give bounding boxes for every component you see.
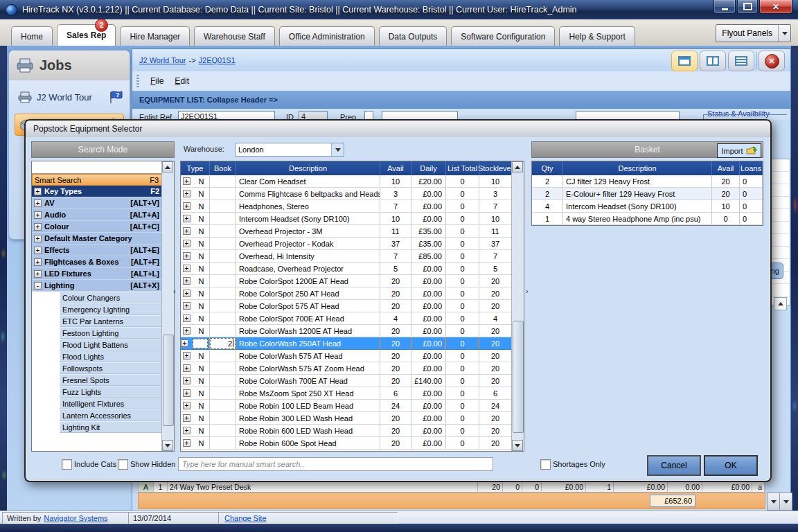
expand-icon[interactable]: +: [183, 240, 190, 247]
expand-icon[interactable]: +: [183, 215, 190, 222]
expand-icon[interactable]: +: [34, 270, 42, 278]
menu-file[interactable]: File: [145, 74, 169, 88]
flyout-panels-button[interactable]: Flyout Panels: [716, 24, 791, 42]
expand-icon[interactable]: +: [34, 200, 42, 207]
manual-smart-search-input[interactable]: [178, 457, 493, 471]
equipment-row[interactable]: +NRobe MsZoom Spot 250 XT Head6£0.0006: [181, 387, 512, 400]
breadcrumb-current-link[interactable]: J2EQ01S1: [199, 56, 236, 64]
query-flag-icon[interactable]: ?: [109, 89, 124, 105]
basket-row[interactable]: 2E-Colour+ filter 129 Heavy Frost200: [532, 188, 763, 200]
expand-icon[interactable]: +: [183, 290, 190, 297]
tree-filter-edit[interactable]: [32, 161, 162, 174]
expand-icon[interactable]: +: [183, 302, 190, 310]
vendor-link[interactable]: Navigator Systems: [44, 514, 107, 522]
basket-row[interactable]: 14 way Stereo Headphone Amp (inc psu)00: [532, 213, 763, 225]
tree-item-av[interactable]: +AV[ALT+V]: [32, 197, 162, 209]
maximize-button[interactable]: [737, 0, 758, 14]
sidebar-item-j2-world-tour[interactable]: J2 World Tour ?: [15, 87, 124, 107]
basket-column-header-avail[interactable]: Avail: [712, 161, 740, 175]
equipment-row[interactable]: +NClear Com Headset10£20.00010: [181, 175, 512, 188]
expand-icon[interactable]: +: [183, 227, 190, 235]
expand-icon[interactable]: +: [183, 364, 190, 372]
expand-icon[interactable]: +: [183, 190, 190, 197]
scrollbar-thumb[interactable]: [163, 335, 174, 426]
book-edit-box[interactable]: 2: [210, 338, 236, 349]
ok-button[interactable]: OK: [704, 455, 758, 476]
scroll-up-button[interactable]: [774, 297, 787, 310]
expand-icon[interactable]: +: [183, 265, 190, 272]
column-header-list-total[interactable]: List Total: [446, 161, 479, 175]
tree-scrollbar[interactable]: [161, 161, 174, 451]
expand-icon[interactable]: +: [183, 389, 190, 397]
equipment-row[interactable]: +NIntercom Headset (Sony DR100)10£0.0001…: [181, 213, 512, 225]
split-horizontal-view-button[interactable]: [728, 51, 754, 71]
equipment-row[interactable]: +NComms Flightcase 6 beltpacks and Heads…: [181, 188, 512, 200]
minimize-button[interactable]: [713, 0, 736, 14]
tree-item-lantern-accessories[interactable]: Lantern Accessories: [60, 409, 162, 421]
tree-item-lighting-kit[interactable]: Lighting Kit: [60, 421, 162, 433]
basket-row[interactable]: 2CJ filter 129 Heavy Frost200: [532, 175, 763, 188]
import-button[interactable]: Import: [717, 143, 761, 158]
close-tab-button[interactable]: ✕: [759, 51, 785, 71]
equipment-row[interactable]: +NOverhead Projector - Kodak37£35.00037: [181, 238, 512, 250]
breadcrumb-parent-link[interactable]: J2 World Tour: [139, 56, 186, 64]
equipment-row[interactable]: +NRobe ColorSpot 1200E AT Head20£0.00020: [181, 275, 512, 287]
splitter-collapse-left[interactable]: ‹: [173, 287, 176, 295]
expand-icon[interactable]: +: [34, 235, 42, 242]
tree-item-followspots[interactable]: Followspots: [60, 362, 162, 374]
equipment-grid-row[interactable]: A124 Way Two Preset Desk2000£0.001£0.000…: [138, 481, 765, 493]
basket-column-header-description[interactable]: Description: [563, 161, 712, 175]
tree-item-emergency-lighting[interactable]: Emergency Lighting: [60, 303, 162, 315]
show-hidden-checkbox[interactable]: [118, 459, 128, 470]
tab-home[interactable]: Home: [11, 26, 53, 46]
expand-icon[interactable]: +: [183, 377, 190, 384]
expand-icon[interactable]: +: [183, 327, 190, 335]
equipment-row[interactable]: +NHeadphones, Stereo7£0.0007: [181, 200, 512, 213]
equipment-row[interactable]: +NOverhead Projector - 3M11£35.00011: [181, 225, 512, 238]
expand-icon[interactable]: +: [183, 314, 190, 322]
scroll-down-button[interactable]: [779, 493, 792, 511]
tree-item-key-types[interactable]: +Key TypesF2: [32, 186, 162, 197]
scroll-down-button[interactable]: [512, 440, 523, 451]
equipment-row[interactable]: +NRobe ColorWash 1200E AT Head20£0.00020: [181, 325, 512, 337]
column-header-type[interactable]: Type: [181, 161, 210, 175]
single-pane-view-button[interactable]: [671, 51, 698, 71]
expand-icon[interactable]: +: [183, 439, 190, 447]
tree-item-flood-light-battens[interactable]: Flood Light Battens: [60, 339, 162, 351]
tab-hire-manager[interactable]: Hire Manager: [120, 26, 190, 46]
dialog-titlebar[interactable]: Popstock Equipment Selector: [26, 121, 770, 137]
tab-office-administration[interactable]: Office Administration: [279, 26, 375, 46]
equipment-scrollbar[interactable]: [511, 161, 524, 451]
scroll-up-button[interactable]: [162, 161, 173, 172]
expand-icon[interactable]: +: [183, 402, 190, 409]
equipment-row[interactable]: +NRobe ColorWash 700E AT Head20£140.0002…: [181, 375, 512, 387]
expand-icon[interactable]: +: [183, 427, 190, 434]
equipment-row[interactable]: +NRobe Robin 100 LED Beam Head24£0.00024: [181, 400, 512, 412]
menu-edit[interactable]: Edit: [169, 74, 195, 88]
expand-icon[interactable]: +: [183, 177, 190, 185]
basket-column-header-qty[interactable]: Qty: [532, 161, 563, 175]
tree-item-default-master-category[interactable]: +Default Master Category: [32, 233, 162, 245]
tab-data-outputs[interactable]: Data Outputs: [379, 26, 447, 46]
basket-column-header-loans[interactable]: Loans: [740, 161, 763, 175]
equipment-row[interactable]: +NRoadcase, Overhead Projector5£0.0005: [181, 263, 512, 275]
tree-item-led-fixtures[interactable]: +LED Fixtures[ALT+L]: [32, 268, 162, 280]
expand-icon[interactable]: +: [34, 211, 42, 219]
expand-icon[interactable]: +: [183, 277, 190, 285]
expand-icon[interactable]: +: [183, 202, 190, 210]
equipment-row[interactable]: +NRobe ColorWash 575 AT Zoom Head20£0.00…: [181, 362, 512, 375]
column-header-avail[interactable]: Avail: [380, 161, 411, 175]
equipment-row[interactable]: +NRobe ColorSpot 250 AT Head20£0.00020: [181, 287, 512, 300]
tree-item-fresnel-spots[interactable]: Fresnel Spots: [60, 374, 162, 386]
expand-icon[interactable]: +: [183, 414, 190, 422]
tab-software-configuration[interactable]: Software Configuration: [451, 26, 555, 46]
tab-warehouse-staff[interactable]: Warehouse Staff: [194, 26, 275, 46]
split-vertical-view-button[interactable]: [700, 51, 726, 71]
tree-item-smart-search[interactable]: Smart SearchF3: [32, 174, 162, 186]
splitter-collapse-right[interactable]: ›: [526, 287, 529, 295]
tab-sales-rep[interactable]: Sales Rep2: [57, 24, 116, 46]
chevron-down-icon[interactable]: [778, 25, 790, 42]
chevron-down-icon[interactable]: [331, 143, 344, 156]
tree-item-colour[interactable]: +Colour[ALT+C]: [32, 221, 162, 233]
column-header-stocklevel[interactable]: Stocklevel: [479, 161, 512, 175]
